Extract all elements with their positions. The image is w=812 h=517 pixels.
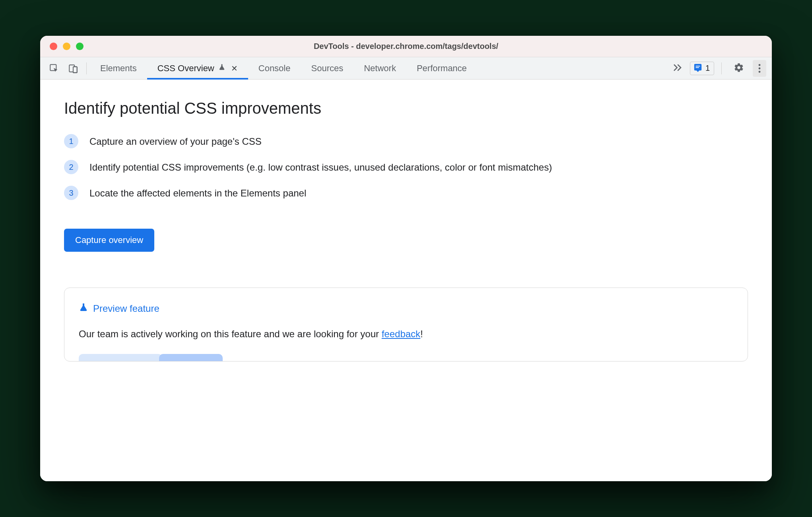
tab-label: Console	[258, 63, 291, 74]
feedback-link[interactable]: feedback	[382, 328, 420, 339]
tab-console[interactable]: Console	[248, 57, 301, 79]
devtools-window: DevTools - developer.chrome.com/tags/dev…	[40, 36, 772, 481]
tab-elements[interactable]: Elements	[90, 57, 147, 79]
step-number: 3	[64, 186, 78, 200]
settings-button[interactable]	[730, 62, 747, 74]
svg-point-8	[759, 71, 761, 73]
pill-peek	[79, 354, 162, 361]
panel-tabs: Elements CSS Overview ✕ Console Sources …	[90, 57, 477, 79]
traffic-lights	[40, 43, 84, 50]
minimize-window-button[interactable]	[63, 43, 70, 50]
inspect-element-icon[interactable]	[49, 63, 59, 74]
close-tab-icon[interactable]: ✕	[231, 64, 238, 73]
preview-text-after: !	[420, 328, 423, 339]
tab-label: Performance	[417, 63, 467, 74]
step-text: Capture an overview of your page's CSS	[89, 134, 262, 149]
flask-icon	[218, 63, 225, 74]
titlebar: DevTools - developer.chrome.com/tags/dev…	[40, 36, 772, 57]
step-text: Locate the affected elements in the Elem…	[89, 186, 306, 200]
step-number: 2	[64, 160, 78, 174]
maximize-window-button[interactable]	[76, 43, 84, 50]
tab-network[interactable]: Network	[354, 57, 406, 79]
tab-css-overview[interactable]: CSS Overview ✕	[147, 57, 248, 79]
capture-overview-button[interactable]: Capture overview	[64, 229, 154, 252]
issues-icon	[694, 63, 702, 74]
toolbar-separator	[721, 62, 722, 74]
svg-point-6	[759, 64, 761, 66]
more-tabs-button[interactable]	[666, 64, 690, 73]
quick-start-buttons-peek	[79, 354, 733, 361]
tab-performance[interactable]: Performance	[406, 57, 477, 79]
svg-point-7	[759, 67, 761, 69]
preview-title: Preview feature	[93, 303, 159, 314]
tab-label: Network	[364, 63, 396, 74]
issues-badge[interactable]: 1	[690, 62, 714, 75]
flask-icon	[79, 302, 88, 315]
list-item: 2 Identify potential CSS improvements (e…	[64, 160, 748, 175]
close-window-button[interactable]	[50, 43, 57, 50]
issues-count: 1	[705, 64, 710, 73]
preview-feature-card: Preview feature Our team is actively wor…	[64, 288, 748, 362]
tab-label: CSS Overview	[157, 63, 214, 74]
pill-peek	[159, 354, 223, 361]
preview-header: Preview feature	[79, 302, 733, 315]
step-text: Identify potential CSS improvements (e.g…	[89, 160, 552, 175]
preview-text-before: Our team is actively working on this fea…	[79, 328, 382, 339]
svg-rect-4	[695, 66, 700, 66]
steps-list: 1 Capture an overview of your page's CSS…	[64, 134, 748, 201]
more-options-button[interactable]	[753, 60, 766, 77]
panel-content: Identify potential CSS improvements 1 Ca…	[40, 80, 772, 481]
list-item: 1 Capture an overview of your page's CSS	[64, 134, 748, 149]
device-toolbar-icon[interactable]	[68, 63, 78, 74]
tab-label: Elements	[100, 63, 137, 74]
toolbar-separator	[86, 62, 87, 74]
preview-body: Our team is actively working on this fea…	[79, 328, 733, 340]
list-item: 3 Locate the affected elements in the El…	[64, 186, 748, 200]
page-title: Identify potential CSS improvements	[64, 99, 748, 117]
svg-rect-5	[695, 67, 699, 68]
tab-sources[interactable]: Sources	[301, 57, 354, 79]
tab-label: Sources	[311, 63, 343, 74]
window-title: DevTools - developer.chrome.com/tags/dev…	[40, 42, 772, 51]
step-number: 1	[64, 134, 78, 148]
svg-rect-2	[73, 66, 77, 72]
main-toolbar: Elements CSS Overview ✕ Console Sources …	[40, 57, 772, 80]
